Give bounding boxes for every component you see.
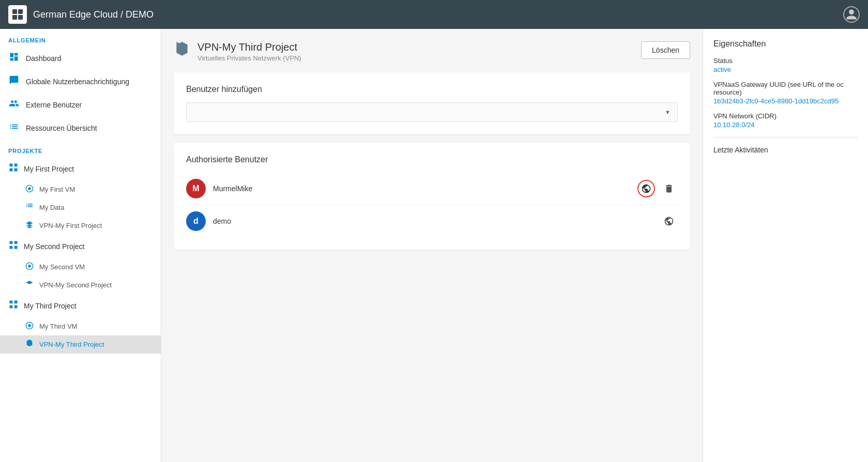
project2-icon [8,240,19,253]
user-actions-murmelmike [637,180,678,197]
prop-cidr: VPN Network (CIDR) 10.10.28.0/24 [713,112,858,129]
sidebar-third-vm[interactable]: My Third VM [0,317,161,335]
vm2-icon [25,262,34,272]
sidebar-vpn-first-label: VPN-My First Project [39,222,102,229]
globe-button-demo[interactable] [660,212,678,230]
section-allgemein-label: ALLGEMEIN [0,29,161,47]
avatar-demo: d [186,211,206,231]
topbar: German Edge Cloud / DEMO [0,0,868,29]
sidebar-item-ressourcen-label: Ressourcen Übersicht [26,124,97,132]
user-name-demo: demo [213,217,653,225]
section-projekte-label: PROJEKTE [0,140,161,157]
sidebar-first-vm[interactable]: My First VM [0,180,161,198]
topbar-left: German Edge Cloud / DEMO [8,5,154,24]
svg-rect-3 [18,15,23,20]
project3-icon [8,299,19,312]
svg-rect-0 [12,9,17,14]
svg-point-5 [28,187,31,190]
sidebar-project-2-label: My Second Project [24,242,85,251]
page-header: VPN-My Third Project Virtuelles Privates… [174,41,690,62]
add-user-dropdown-wrapper [186,102,678,122]
vm-icon [25,184,34,194]
activities-title: Letzte Aktivitäten [713,146,858,154]
sidebar: ALLGEMEIN Dashboard Globale Nutzerbenach… [0,29,161,462]
user-row-murmelmike: M MurmelMike [186,173,678,205]
sidebar-second-vm[interactable]: My Second VM [0,258,161,276]
sidebar-my-data-label: My Data [39,204,64,211]
sidebar-third-vm-label: My Third VM [39,322,77,330]
main-content: VPN-My Third Project Virtuelles Privates… [161,29,703,462]
prop-status-label: Status [713,57,858,65]
sidebar-project-3[interactable]: My Third Project [0,294,161,317]
page-header-left: VPN-My Third Project Virtuelles Privates… [174,41,301,62]
sidebar-vpn-first[interactable]: VPN-My First Project [0,217,161,235]
prop-cidr-value: 10.10.28.0/24 [713,121,858,129]
sidebar-vpn-third[interactable]: VPN-My Third Project [0,335,161,353]
sidebar-project-2[interactable]: My Second Project [0,235,161,258]
user-actions-demo [660,212,678,230]
sidebar-item-dashboard[interactable]: Dashboard [0,47,161,70]
prop-uuid-value: 1b3d24b3-2fc0-4ce5-8980-1dd19bc2cd95 [713,97,858,105]
sidebar-item-externe-label: Externe Benutzer [26,101,82,109]
sidebar-project-1-label: My First Project [24,165,74,173]
sidebar-second-vm-label: My Second VM [39,263,85,271]
svg-rect-1 [18,9,23,14]
app-logo [8,5,27,24]
vpn-third-icon [25,340,34,349]
user-name-murmelmike: MurmelMike [213,184,630,193]
delete-user-button-murmelmike[interactable] [660,180,678,197]
page-subtitle: Virtuelles Privates Netzwerk (VPN) [197,54,301,62]
prop-uuid: VPNaaS Gateway UUID (see URL of the oc r… [713,81,858,105]
add-user-title: Benutzer hinzufügen [186,85,678,94]
project1-icon [8,162,19,175]
delete-button[interactable]: Löschen [641,41,690,59]
properties-title: Eigenschaften [713,39,858,49]
sidebar-first-vm-label: My First VM [39,186,75,193]
users-icon [8,98,20,111]
globe-outlined-button-murmelmike[interactable] [637,180,655,197]
add-user-dropdown[interactable] [186,102,678,122]
prop-uuid-label: VPNaaS Gateway UUID (see URL of the oc r… [713,81,858,96]
sidebar-item-externe[interactable]: Externe Benutzer [0,93,161,116]
sidebar-item-globale-label: Globale Nutzerbenachrichtigung [26,78,129,86]
vm3-icon [25,321,34,331]
sidebar-project-1[interactable]: My First Project [0,157,161,180]
vpn-first-icon [25,221,34,230]
avatar-murmelmike: M [186,179,206,198]
layout: ALLGEMEIN Dashboard Globale Nutzerbenach… [0,29,868,462]
user-list: M MurmelMike [186,173,678,237]
vpn-second-icon [25,280,34,290]
add-user-card: Benutzer hinzufügen [174,72,690,134]
user-row-demo: d demo [186,205,678,237]
page-title: VPN-My Third Project [197,41,301,53]
sidebar-item-dashboard-label: Dashboard [26,54,62,63]
right-panel: Eigenschaften Status active VPNaaS Gatew… [703,29,868,462]
svg-point-9 [28,324,31,327]
sidebar-item-ressourcen[interactable]: Ressourcen Übersicht [0,116,161,140]
data-icon [25,203,34,212]
user-menu-button[interactable] [843,6,860,23]
dashboard-icon [8,52,20,65]
sidebar-vpn-second[interactable]: VPN-My Second Project [0,276,161,294]
sidebar-my-data[interactable]: My Data [0,198,161,217]
svg-point-7 [28,265,31,267]
prop-cidr-label: VPN Network (CIDR) [713,112,858,120]
authorized-users-card: Authorisierte Benutzer M MurmelMike [174,143,690,250]
notification-icon [8,75,20,88]
panel-divider [713,137,858,137]
sidebar-item-globale[interactable]: Globale Nutzerbenachrichtigung [0,70,161,93]
list-icon [8,121,20,134]
page-title-block: VPN-My Third Project Virtuelles Privates… [197,41,301,62]
sidebar-project-3-label: My Third Project [24,302,77,310]
sidebar-vpn-third-label: VPN-My Third Project [39,341,104,348]
topbar-title: German Edge Cloud / DEMO [33,9,154,20]
prop-status-value: active [713,66,858,73]
authorized-users-title: Authorisierte Benutzer [186,155,678,164]
svg-rect-2 [12,15,17,20]
vpn-page-icon [174,42,190,62]
prop-status: Status active [713,57,858,73]
sidebar-vpn-second-label: VPN-My Second Project [39,281,112,289]
